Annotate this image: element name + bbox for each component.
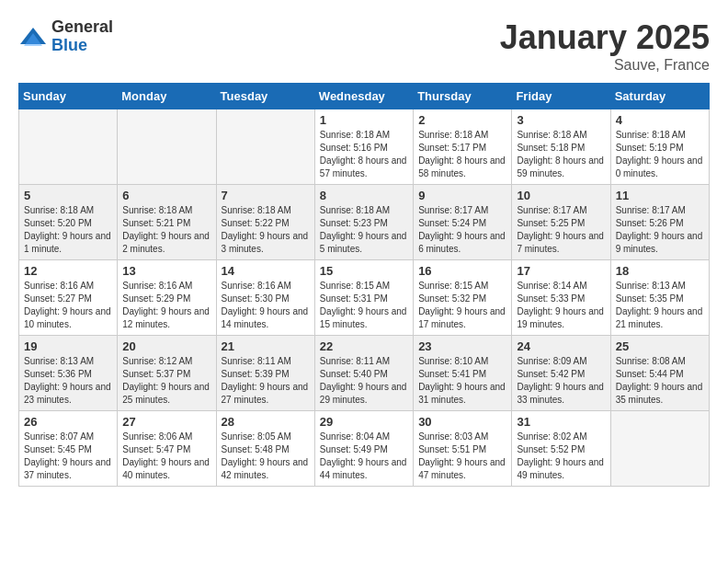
day-number: 24 xyxy=(517,339,605,353)
day-number: 31 xyxy=(517,415,605,429)
day-number: 25 xyxy=(616,339,704,353)
calendar-day-cell: 19Sunrise: 8:13 AM Sunset: 5:36 PM Dayli… xyxy=(19,336,118,411)
day-info: Sunrise: 8:15 AM Sunset: 5:31 PM Dayligh… xyxy=(320,280,408,331)
day-number: 19 xyxy=(24,339,112,353)
day-number: 17 xyxy=(517,264,605,278)
day-info: Sunrise: 8:03 AM Sunset: 5:51 PM Dayligh… xyxy=(418,431,506,482)
calendar-day-cell: 12Sunrise: 8:16 AM Sunset: 5:27 PM Dayli… xyxy=(19,260,118,336)
day-info: Sunrise: 8:04 AM Sunset: 5:49 PM Dayligh… xyxy=(320,431,408,482)
weekday-header-row: SundayMondayTuesdayWednesdayThursdayFrid… xyxy=(19,84,710,109)
calendar-day-cell: 30Sunrise: 8:03 AM Sunset: 5:51 PM Dayli… xyxy=(414,411,512,487)
day-number: 26 xyxy=(24,415,112,429)
day-number: 18 xyxy=(616,264,704,278)
weekday-header: Thursday xyxy=(414,84,512,109)
calendar-day-cell: 31Sunrise: 8:02 AM Sunset: 5:52 PM Dayli… xyxy=(512,411,610,487)
day-info: Sunrise: 8:18 AM Sunset: 5:16 PM Dayligh… xyxy=(320,129,408,180)
weekday-header: Saturday xyxy=(610,84,709,109)
calendar-day-cell: 16Sunrise: 8:15 AM Sunset: 5:32 PM Dayli… xyxy=(414,260,512,336)
day-info: Sunrise: 8:15 AM Sunset: 5:32 PM Dayligh… xyxy=(418,280,506,331)
calendar-day-cell: 23Sunrise: 8:10 AM Sunset: 5:41 PM Dayli… xyxy=(414,336,512,411)
calendar-day-cell: 15Sunrise: 8:15 AM Sunset: 5:31 PM Dayli… xyxy=(314,260,413,336)
day-info: Sunrise: 8:14 AM Sunset: 5:33 PM Dayligh… xyxy=(517,280,605,331)
weekday-header: Sunday xyxy=(19,84,118,109)
day-number: 14 xyxy=(222,264,310,278)
day-info: Sunrise: 8:06 AM Sunset: 5:47 PM Dayligh… xyxy=(122,431,210,482)
day-number: 12 xyxy=(24,264,112,278)
calendar-day-cell: 3Sunrise: 8:18 AM Sunset: 5:18 PM Daylig… xyxy=(512,109,610,185)
day-info: Sunrise: 8:18 AM Sunset: 5:23 PM Dayligh… xyxy=(320,204,408,256)
calendar-week-row: 5Sunrise: 8:18 AM Sunset: 5:20 PM Daylig… xyxy=(19,185,710,260)
calendar-day-cell: 8Sunrise: 8:18 AM Sunset: 5:23 PM Daylig… xyxy=(314,185,413,260)
day-info: Sunrise: 8:05 AM Sunset: 5:48 PM Dayligh… xyxy=(222,431,310,482)
calendar-week-row: 19Sunrise: 8:13 AM Sunset: 5:36 PM Dayli… xyxy=(19,336,710,411)
day-number: 23 xyxy=(418,339,506,353)
calendar-day-cell: 26Sunrise: 8:07 AM Sunset: 5:45 PM Dayli… xyxy=(19,411,118,487)
calendar-day-cell: 27Sunrise: 8:06 AM Sunset: 5:47 PM Dayli… xyxy=(118,411,216,487)
weekday-header: Monday xyxy=(118,84,216,109)
day-info: Sunrise: 8:17 AM Sunset: 5:24 PM Dayligh… xyxy=(418,204,506,256)
calendar-day-cell: 29Sunrise: 8:04 AM Sunset: 5:49 PM Dayli… xyxy=(314,411,413,487)
day-number: 21 xyxy=(222,339,310,353)
logo-blue-text: Blue xyxy=(51,37,113,55)
day-info: Sunrise: 8:16 AM Sunset: 5:29 PM Dayligh… xyxy=(122,280,210,331)
day-number: 29 xyxy=(320,415,408,429)
calendar-day-cell: 6Sunrise: 8:18 AM Sunset: 5:21 PM Daylig… xyxy=(118,185,216,260)
day-info: Sunrise: 8:18 AM Sunset: 5:20 PM Dayligh… xyxy=(24,204,112,256)
day-info: Sunrise: 8:17 AM Sunset: 5:26 PM Dayligh… xyxy=(616,204,704,256)
month-title: January 2025 xyxy=(500,18,710,57)
day-info: Sunrise: 8:07 AM Sunset: 5:45 PM Dayligh… xyxy=(24,431,112,482)
day-number: 28 xyxy=(222,415,310,429)
calendar-day-cell: 25Sunrise: 8:08 AM Sunset: 5:44 PM Dayli… xyxy=(610,336,709,411)
day-info: Sunrise: 8:18 AM Sunset: 5:17 PM Dayligh… xyxy=(418,129,506,180)
calendar-day-cell xyxy=(610,411,709,487)
day-number: 1 xyxy=(320,113,408,127)
day-number: 6 xyxy=(122,189,210,202)
day-info: Sunrise: 8:13 AM Sunset: 5:36 PM Dayligh… xyxy=(24,355,112,407)
weekday-header: Tuesday xyxy=(216,84,314,109)
logo-text: General Blue xyxy=(51,18,113,55)
day-info: Sunrise: 8:18 AM Sunset: 5:21 PM Dayligh… xyxy=(122,204,210,256)
calendar-day-cell: 14Sunrise: 8:16 AM Sunset: 5:30 PM Dayli… xyxy=(216,260,314,336)
calendar-day-cell: 7Sunrise: 8:18 AM Sunset: 5:22 PM Daylig… xyxy=(216,185,314,260)
calendar-day-cell: 20Sunrise: 8:12 AM Sunset: 5:37 PM Dayli… xyxy=(118,336,216,411)
calendar-week-row: 12Sunrise: 8:16 AM Sunset: 5:27 PM Dayli… xyxy=(19,260,710,336)
day-info: Sunrise: 8:11 AM Sunset: 5:40 PM Dayligh… xyxy=(320,355,408,407)
day-number: 3 xyxy=(517,113,605,127)
calendar-day-cell: 18Sunrise: 8:13 AM Sunset: 5:35 PM Dayli… xyxy=(610,260,709,336)
day-info: Sunrise: 8:18 AM Sunset: 5:22 PM Dayligh… xyxy=(222,204,310,256)
calendar-day-cell: 1Sunrise: 8:18 AM Sunset: 5:16 PM Daylig… xyxy=(314,109,413,185)
day-number: 10 xyxy=(517,189,605,202)
calendar-day-cell: 24Sunrise: 8:09 AM Sunset: 5:42 PM Dayli… xyxy=(512,336,610,411)
day-number: 9 xyxy=(418,189,506,202)
day-info: Sunrise: 8:11 AM Sunset: 5:39 PM Dayligh… xyxy=(222,355,310,407)
day-number: 20 xyxy=(122,339,210,353)
calendar-day-cell: 2Sunrise: 8:18 AM Sunset: 5:17 PM Daylig… xyxy=(414,109,512,185)
calendar-day-cell: 28Sunrise: 8:05 AM Sunset: 5:48 PM Dayli… xyxy=(216,411,314,487)
day-number: 13 xyxy=(122,264,210,278)
calendar-day-cell: 17Sunrise: 8:14 AM Sunset: 5:33 PM Dayli… xyxy=(512,260,610,336)
calendar-day-cell xyxy=(118,109,216,185)
day-info: Sunrise: 8:18 AM Sunset: 5:18 PM Dayligh… xyxy=(517,129,605,180)
location: Sauve, France xyxy=(500,57,710,74)
logo: General Blue xyxy=(18,18,113,55)
calendar-week-row: 26Sunrise: 8:07 AM Sunset: 5:45 PM Dayli… xyxy=(19,411,710,487)
day-number: 2 xyxy=(418,113,506,127)
weekday-header: Friday xyxy=(512,84,610,109)
day-number: 5 xyxy=(24,189,112,202)
calendar-day-cell: 5Sunrise: 8:18 AM Sunset: 5:20 PM Daylig… xyxy=(19,185,118,260)
day-number: 8 xyxy=(320,189,408,202)
calendar-day-cell: 22Sunrise: 8:11 AM Sunset: 5:40 PM Dayli… xyxy=(314,336,413,411)
day-number: 27 xyxy=(122,415,210,429)
day-info: Sunrise: 8:13 AM Sunset: 5:35 PM Dayligh… xyxy=(616,280,704,331)
logo-general-text: General xyxy=(51,18,113,37)
day-info: Sunrise: 8:10 AM Sunset: 5:41 PM Dayligh… xyxy=(418,355,506,407)
day-info: Sunrise: 8:08 AM Sunset: 5:44 PM Dayligh… xyxy=(616,355,704,407)
day-info: Sunrise: 8:18 AM Sunset: 5:19 PM Dayligh… xyxy=(616,129,704,180)
day-number: 11 xyxy=(616,189,704,202)
day-number: 30 xyxy=(418,415,506,429)
calendar-day-cell: 21Sunrise: 8:11 AM Sunset: 5:39 PM Dayli… xyxy=(216,336,314,411)
calendar-week-row: 1Sunrise: 8:18 AM Sunset: 5:16 PM Daylig… xyxy=(19,109,710,185)
title-block: January 2025 Sauve, France xyxy=(500,18,710,74)
calendar-day-cell: 10Sunrise: 8:17 AM Sunset: 5:25 PM Dayli… xyxy=(512,185,610,260)
day-info: Sunrise: 8:02 AM Sunset: 5:52 PM Dayligh… xyxy=(517,431,605,482)
